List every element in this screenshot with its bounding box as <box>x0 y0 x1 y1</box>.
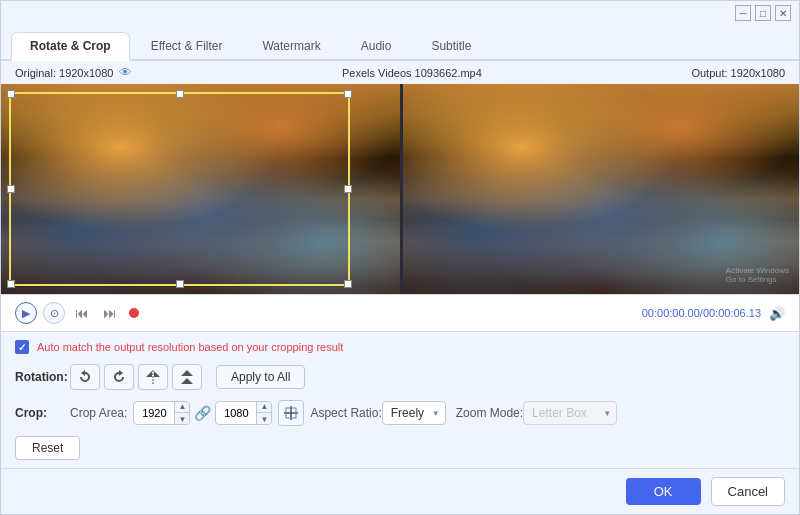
zoom-mode-label: Zoom Mode: <box>456 406 523 420</box>
reset-row: Reset <box>15 436 785 460</box>
auto-match-checkbox[interactable] <box>15 340 29 354</box>
options-area: Auto match the output resolution based o… <box>1 332 799 468</box>
zoom-mode-select-wrapper[interactable]: Letter Box Pan & Scan Full <box>523 401 617 425</box>
aspect-ratio-select[interactable]: Freely 16:9 4:3 1:1 9:16 <box>382 401 446 425</box>
next-button[interactable]: ⏭ <box>99 303 121 323</box>
title-bar: ─ □ ✕ <box>1 1 799 25</box>
bottom-bar: OK Cancel <box>1 468 799 514</box>
maximize-button[interactable]: □ <box>755 5 771 21</box>
aspect-ratio-label: Aspect Ratio: <box>310 406 381 420</box>
crop-center-button[interactable] <box>278 400 304 426</box>
crop-height-spinners: ▲ ▼ <box>256 401 271 425</box>
crop-height-up[interactable]: ▲ <box>257 401 271 413</box>
crop-height-input-group[interactable]: ▲ ▼ <box>215 401 272 425</box>
tab-effect-filter[interactable]: Effect & Filter <box>132 32 242 59</box>
loop-button[interactable]: ⊙ <box>43 302 65 324</box>
link-icon: 🔗 <box>194 405 211 421</box>
zoom-mode-select[interactable]: Letter Box Pan & Scan Full <box>523 401 617 425</box>
playback-controls: ▶ ⊙ ⏮ ⏭ 00:00:00.00/00:00:06.13 🔊 <box>1 294 799 332</box>
cancel-button[interactable]: Cancel <box>711 477 785 506</box>
record-dot <box>129 308 139 318</box>
auto-match-checkbox-container[interactable] <box>15 340 29 354</box>
crop-area-label: Crop Area: <box>70 406 127 420</box>
output-video-frame <box>403 84 799 294</box>
tab-rotate-crop[interactable]: Rotate & Crop <box>11 32 130 61</box>
preview-info-bar: Original: 1920x1080 👁 Pexels Videos 1093… <box>1 61 799 84</box>
eye-icon[interactable]: 👁 <box>119 65 132 80</box>
time-display: 00:00:00.00/00:00:06.13 <box>642 307 761 319</box>
rotate-cw-button[interactable] <box>104 364 134 390</box>
rotation-buttons <box>70 364 202 390</box>
preview-left-panel <box>1 84 400 294</box>
source-video-frame <box>1 84 400 294</box>
rotation-label: Rotation: <box>15 370 70 384</box>
preview-right-panel: Activate WindowsGo to Settings <box>400 84 799 294</box>
crop-width-up[interactable]: ▲ <box>175 401 189 413</box>
close-button[interactable]: ✕ <box>775 5 791 21</box>
crop-width-input-group[interactable]: ▲ ▼ <box>133 401 190 425</box>
volume-icon[interactable]: 🔊 <box>769 306 785 321</box>
tab-watermark[interactable]: Watermark <box>243 32 339 59</box>
original-info: Original: 1920x1080 👁 <box>15 65 132 80</box>
filename-label: Pexels Videos 1093662.mp4 <box>132 67 691 79</box>
output-label: Output: 1920x1080 <box>691 67 785 79</box>
crop-width-spinners: ▲ ▼ <box>174 401 189 425</box>
tab-subtitle[interactable]: Subtitle <box>412 32 490 59</box>
auto-match-row: Auto match the output resolution based o… <box>15 340 785 354</box>
crop-label: Crop: <box>15 406 70 420</box>
tab-audio[interactable]: Audio <box>342 32 411 59</box>
original-label: Original: 1920x1080 <box>15 67 113 79</box>
prev-button[interactable]: ⏮ <box>71 303 93 323</box>
flip-vertical-button[interactable] <box>172 364 202 390</box>
minimize-button[interactable]: ─ <box>735 5 751 21</box>
crop-height-input[interactable] <box>216 407 256 419</box>
flip-horizontal-button[interactable] <box>138 364 168 390</box>
main-window: ─ □ ✕ Rotate & Crop Effect & Filter Wate… <box>0 0 800 515</box>
auto-match-text: Auto match the output resolution based o… <box>37 341 343 353</box>
rotation-row: Rotation: <box>15 364 785 390</box>
ok-button[interactable]: OK <box>626 478 701 505</box>
tab-content: Original: 1920x1080 👁 Pexels Videos 1093… <box>1 61 799 514</box>
crop-width-input[interactable] <box>134 407 174 419</box>
aspect-ratio-select-wrapper[interactable]: Freely 16:9 4:3 1:1 9:16 <box>382 401 446 425</box>
tab-bar: Rotate & Crop Effect & Filter Watermark … <box>1 25 799 61</box>
reset-button[interactable]: Reset <box>15 436 80 460</box>
play-button[interactable]: ▶ <box>15 302 37 324</box>
apply-all-button[interactable]: Apply to All <box>216 365 305 389</box>
crop-width-down[interactable]: ▼ <box>175 413 189 425</box>
crop-height-down[interactable]: ▼ <box>257 413 271 425</box>
crop-row: Crop: Crop Area: ▲ ▼ 🔗 ▲ ▼ <box>15 400 785 426</box>
preview-panels: Activate WindowsGo to Settings <box>1 84 799 294</box>
rotate-ccw-button[interactable] <box>70 364 100 390</box>
